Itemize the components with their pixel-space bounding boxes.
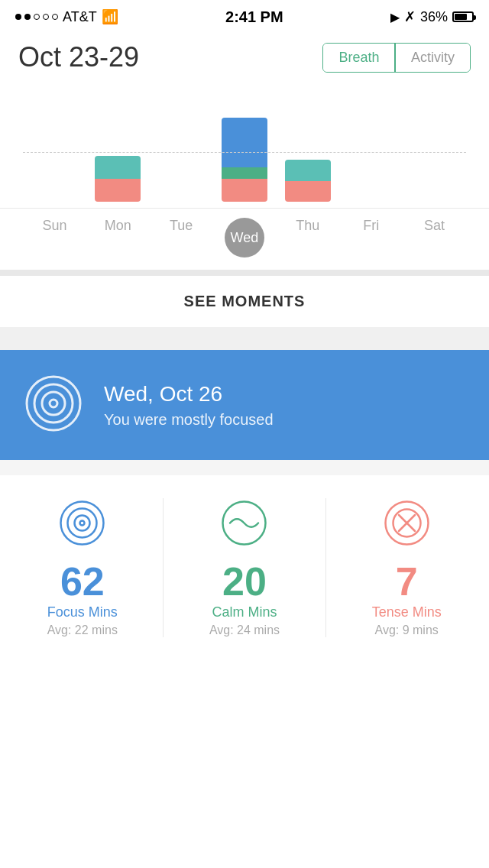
day-sun-wrap[interactable]: Sun: [28, 218, 81, 257]
bar-mon[interactable]: [91, 156, 144, 202]
day-tue[interactable]: Tue: [154, 218, 208, 257]
svg-point-5: [68, 509, 97, 538]
battery-icon: [452, 11, 474, 22]
status-bar: AT&T 📶 2:41 PM ▶ ✗ 36%: [0, 0, 489, 34]
stat-calm: 20 Calm Mins Avg: 24 mins: [176, 498, 313, 637]
wifi-icon: 📶: [102, 8, 118, 25]
focus-number: 62: [60, 562, 105, 601]
svg-point-3: [50, 400, 57, 407]
day-mon[interactable]: Mon: [91, 218, 144, 257]
day-thu[interactable]: Thu: [281, 218, 335, 257]
tab-breath[interactable]: Breath: [323, 44, 394, 72]
tense-avg: Avg: 9 mins: [375, 623, 439, 637]
header: Oct 23-29 Breath Activity: [0, 34, 489, 87]
stats-row: 62 Focus Mins Avg: 22 mins 20 Calm Mins …: [0, 475, 489, 660]
day-sun[interactable]: Sun: [28, 218, 81, 257]
see-moments-label: SEE MOMENTS: [184, 293, 306, 309]
status-time: 2:41 PM: [225, 8, 283, 26]
stat-divider-1: [163, 498, 164, 637]
day-fri-wrap[interactable]: Fri: [345, 218, 398, 257]
day-fri[interactable]: Fri: [345, 218, 398, 257]
tense-number: 7: [396, 562, 418, 601]
focus-avg: Avg: 22 mins: [47, 623, 118, 637]
see-moments-button[interactable]: SEE MOMENTS: [0, 276, 489, 327]
calm-number: 20: [222, 562, 267, 601]
focus-label: Focus Mins: [47, 604, 118, 620]
day-wed[interactable]: Wed: [225, 218, 264, 257]
day-sat[interactable]: Sat: [407, 218, 461, 257]
status-right: ▶ ✗ 36%: [390, 8, 474, 25]
stat-focus: 62 Focus Mins Avg: 22 mins: [14, 498, 151, 637]
chart-area: Sun Mon Tue Wed Thu Fri Sat: [0, 87, 489, 270]
calm-avg: Avg: 24 mins: [209, 623, 280, 637]
carrier-label: AT&T: [63, 9, 97, 25]
chart-dashed-line: [23, 152, 466, 153]
stat-tense: 7 Tense Mins Avg: 9 mins: [338, 498, 475, 637]
day-tue-wrap[interactable]: Tue: [154, 218, 208, 257]
battery-percent: 36%: [420, 9, 448, 25]
day-thu-wrap[interactable]: Thu: [281, 218, 335, 257]
tense-icon: [382, 498, 432, 551]
tab-activity[interactable]: Activity: [396, 44, 470, 72]
banner-text: Wed, Oct 26 You were mostly focused: [104, 382, 274, 429]
calm-label: Calm Mins: [212, 604, 277, 620]
bar-wed[interactable]: [218, 118, 271, 202]
bluetooth-icon: ✗: [404, 8, 416, 25]
blue-banner: Wed, Oct 26 You were mostly focused: [0, 350, 489, 460]
signal-icon: [15, 14, 58, 20]
focus-target-icon: [23, 373, 84, 437]
day-labels: Sun Mon Tue Wed Thu Fri Sat: [0, 208, 489, 262]
focus-icon: [57, 498, 107, 551]
day-sat-wrap[interactable]: Sat: [407, 218, 461, 257]
svg-point-2: [42, 392, 65, 415]
svg-point-7: [80, 521, 85, 526]
stat-divider-2: [325, 498, 326, 637]
calm-icon: [219, 498, 269, 551]
status-left: AT&T 📶: [15, 8, 118, 25]
tab-group: Breath Activity: [322, 43, 471, 73]
svg-point-6: [75, 516, 90, 531]
separator-1: [0, 270, 489, 276]
banner-subtitle: You were mostly focused: [104, 411, 274, 429]
bar-thu[interactable]: [281, 160, 335, 202]
chart-bars: [0, 102, 489, 202]
tense-label: Tense Mins: [372, 604, 442, 620]
separator-2: [0, 327, 489, 350]
svg-point-1: [34, 384, 73, 423]
location-icon: ▶: [390, 10, 400, 24]
day-wed-wrap[interactable]: Wed: [218, 218, 271, 257]
day-mon-wrap[interactable]: Mon: [91, 218, 144, 257]
separator-3: [0, 460, 489, 475]
banner-date: Wed, Oct 26: [104, 382, 274, 406]
date-range: Oct 23-29: [18, 41, 139, 73]
